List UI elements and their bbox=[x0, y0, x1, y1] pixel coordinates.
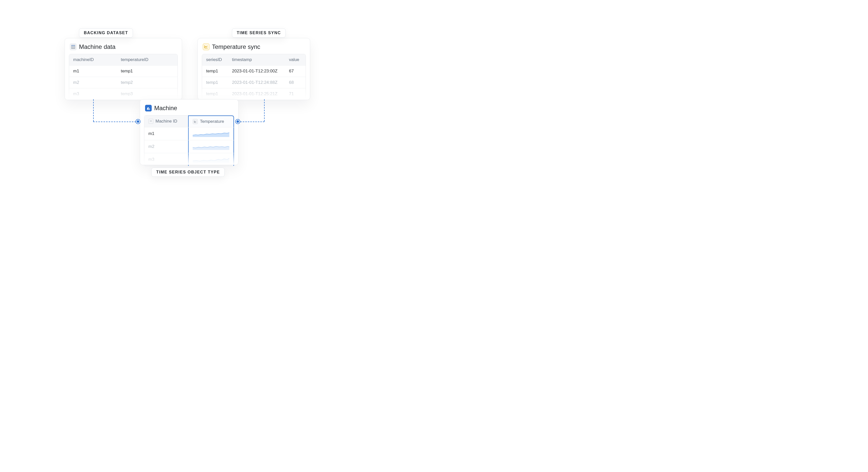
table-row: m3 temp3 bbox=[69, 88, 178, 99]
sync-title: Temperature sync bbox=[212, 43, 260, 51]
cell: 2023-01-01-T12:25:21Z bbox=[228, 88, 285, 99]
object-table: "" Machine ID Temperature m1 m2 bbox=[144, 115, 234, 166]
table-row: temp1 2023-01-01-T12:24:88Z 68 bbox=[202, 77, 306, 88]
sparkline-icon bbox=[193, 143, 229, 150]
col-temperature: Temperature bbox=[200, 119, 224, 124]
label-backing-dataset: BACKING DATASET bbox=[79, 28, 133, 37]
col-timestamp: timestamp bbox=[228, 54, 285, 65]
cell: temp2 bbox=[117, 77, 178, 88]
time-series-object-card: Machine "" Machine ID Temperature m1 bbox=[140, 99, 239, 165]
table-header: seriesID timestamp value bbox=[202, 54, 306, 65]
dataset-table: machineID temperatureID m1 temp1 m2 temp… bbox=[69, 54, 178, 100]
cell: m1 bbox=[148, 131, 154, 136]
table-row: m1 bbox=[144, 127, 234, 140]
cell: m2 bbox=[148, 144, 154, 149]
col-seriesID: seriesID bbox=[202, 54, 228, 65]
table-row: temp1 2023-01-01-T12:23:00Z 67 bbox=[202, 65, 306, 77]
table-header: "" Machine ID Temperature bbox=[144, 116, 234, 127]
chart-line-icon bbox=[203, 43, 209, 50]
svg-text:"": "" bbox=[150, 120, 152, 123]
table-header: machineID temperatureID bbox=[69, 54, 178, 65]
cell: m2 bbox=[69, 77, 117, 88]
svg-rect-6 bbox=[71, 45, 75, 46]
cell: temp1 bbox=[117, 66, 178, 77]
cell: m1 bbox=[69, 66, 117, 77]
col-machineID: machineID bbox=[69, 54, 117, 65]
cell: 68 bbox=[285, 77, 306, 88]
cell: temp1 bbox=[202, 66, 228, 77]
col-value: value bbox=[285, 54, 306, 65]
connector-dot-left bbox=[136, 120, 140, 124]
sparkline-icon bbox=[193, 130, 229, 137]
backing-dataset-card: Machine data machineID temperatureID m1 … bbox=[65, 38, 182, 100]
table-row: m2 bbox=[144, 140, 234, 153]
machine-icon bbox=[145, 105, 152, 112]
sparkline-icon bbox=[193, 156, 229, 163]
dataset-title: Machine data bbox=[79, 43, 116, 51]
connector-dot-right bbox=[236, 120, 240, 124]
cell: temp1 bbox=[202, 88, 228, 99]
table-row: m1 temp1 bbox=[69, 65, 178, 77]
cell: m3 bbox=[69, 88, 117, 99]
cell: m3 bbox=[148, 157, 154, 162]
table-row: m2 temp2 bbox=[69, 77, 178, 88]
svg-point-7 bbox=[148, 108, 149, 109]
cell: 2023-01-01-T12:24:88Z bbox=[228, 77, 285, 88]
object-title: Machine bbox=[154, 104, 177, 112]
label-time-series-object-type: TIME SERIES OBJECT TYPE bbox=[151, 168, 225, 177]
chart-type-icon bbox=[193, 119, 198, 124]
label-time-series-sync: TIME SERIES SYNC bbox=[232, 28, 286, 37]
cell: temp1 bbox=[202, 77, 228, 88]
cell: 2023-01-01-T12:23:00Z bbox=[228, 66, 285, 77]
cell: temp3 bbox=[117, 88, 178, 99]
table-row: m3 bbox=[144, 153, 234, 166]
col-machine-id: Machine ID bbox=[155, 119, 177, 124]
cell: 67 bbox=[285, 66, 306, 77]
sync-table: seriesID timestamp value temp1 2023-01-0… bbox=[202, 54, 306, 100]
time-series-sync-card: Temperature sync seriesID timestamp valu… bbox=[197, 38, 310, 100]
col-temperatureID: temperatureID bbox=[117, 54, 178, 65]
cell: 71 bbox=[285, 88, 306, 99]
table-row: temp1 2023-01-01-T12:25:21Z 71 bbox=[202, 88, 306, 99]
dataset-icon bbox=[70, 43, 76, 50]
text-type-icon: "" bbox=[148, 119, 153, 124]
